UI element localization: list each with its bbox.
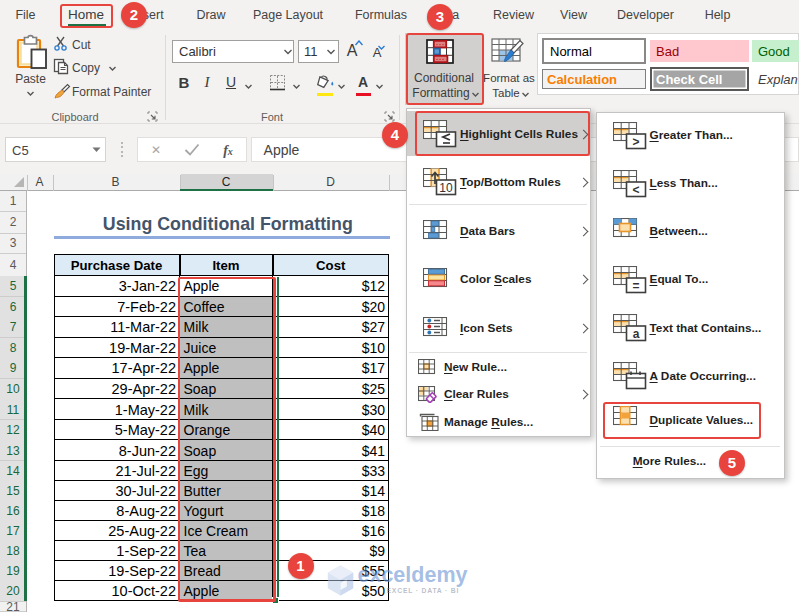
- svg-text:=: =: [632, 278, 639, 292]
- svg-text:>: >: [632, 134, 639, 148]
- svg-text:10: 10: [439, 180, 453, 194]
- svg-text:<: <: [632, 182, 639, 196]
- svg-text:a: a: [633, 327, 640, 341]
